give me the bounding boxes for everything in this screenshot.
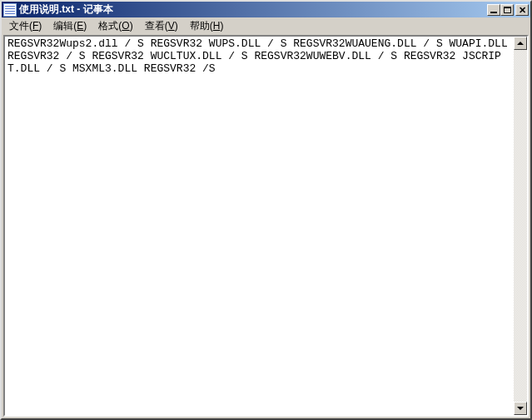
text-content-frame: REGSVR32Wups2.dll / S REGSVR32 WUPS.DLL …: [3, 35, 529, 417]
menu-help[interactable]: 帮助(H): [184, 17, 230, 35]
vertical-scrollbar[interactable]: [514, 37, 527, 415]
menubar: 文件(F) 编辑(E) 格式(O) 查看(V) 帮助(H): [2, 17, 530, 34]
menu-file[interactable]: 文件(F): [3, 17, 47, 35]
menu-format[interactable]: 格式(O): [92, 17, 138, 35]
window-title: 使用说明.txt - 记事本: [19, 2, 487, 17]
scroll-down-button[interactable]: [514, 402, 527, 415]
arrow-down-icon: [517, 407, 524, 410]
app-icon: [3, 3, 17, 17]
minimize-button[interactable]: [487, 4, 500, 16]
maximize-button[interactable]: [500, 4, 514, 16]
arrow-up-icon: [517, 42, 524, 45]
titlebar[interactable]: 使用说明.txt - 记事本 ✕: [2, 2, 530, 17]
notepad-window: 使用说明.txt - 记事本 ✕ 文件(F) 编辑(E) 格式(O) 查看(V)…: [0, 0, 532, 420]
close-button[interactable]: ✕: [515, 4, 529, 16]
menu-view[interactable]: 查看(V): [139, 17, 184, 35]
text-area[interactable]: REGSVR32Wups2.dll / S REGSVR32 WUPS.DLL …: [5, 37, 514, 415]
menu-edit[interactable]: 编辑(E): [47, 17, 92, 35]
scroll-up-button[interactable]: [514, 37, 527, 50]
window-controls: ✕: [487, 4, 529, 16]
